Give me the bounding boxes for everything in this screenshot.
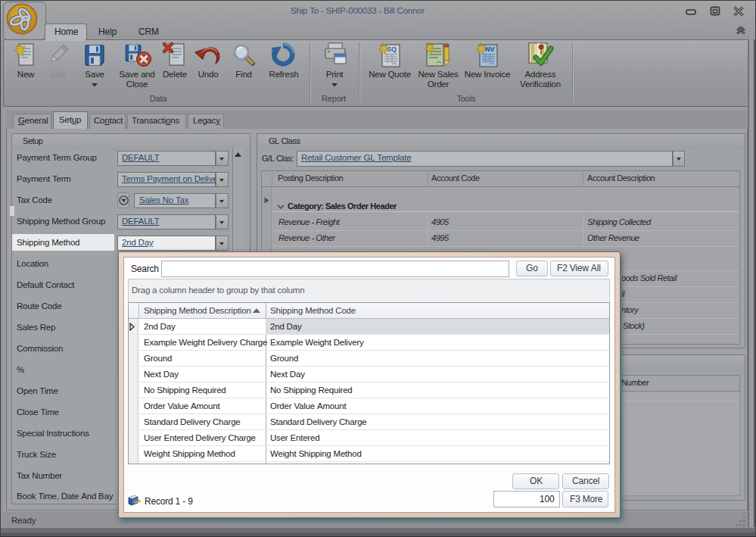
svg-text:NV: NV — [485, 45, 495, 53]
svg-text:SQ: SQ — [387, 45, 397, 53]
